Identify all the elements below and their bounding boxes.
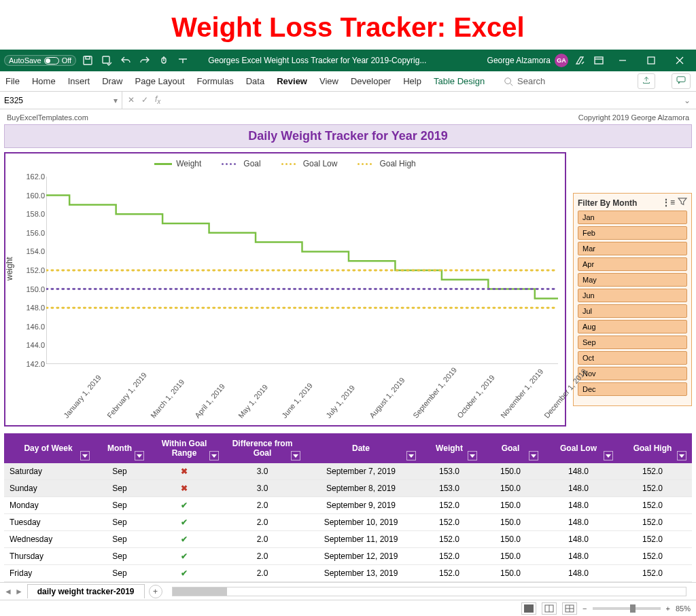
table-row[interactable]: WednesdaySep✔2.0September 11, 2019152.01…	[4, 531, 692, 548]
table-row[interactable]: MondaySep✔2.0September 9, 2019152.0150.0…	[4, 497, 692, 514]
undo-icon[interactable]	[118, 53, 133, 68]
table-row[interactable]: SaturdaySep✖3.0September 7, 2019153.0150…	[4, 463, 692, 480]
hscroll[interactable]	[172, 587, 686, 596]
column-header[interactable]: Day of Week	[4, 433, 92, 463]
filter-dropdown-icon[interactable]	[604, 451, 613, 460]
autosave-state: Off	[62, 56, 71, 65]
zoom-slider[interactable]	[593, 607, 661, 610]
chart[interactable]: Weight Goal Goal Low Goal High weight 14…	[4, 152, 566, 427]
slicer-item-oct[interactable]: Oct	[578, 351, 687, 365]
slicer-item-sep[interactable]: Sep	[578, 336, 687, 349]
tab-data[interactable]: Data	[246, 76, 264, 86]
clear-filter-icon[interactable]	[678, 198, 687, 208]
maximize-button[interactable]	[639, 50, 663, 71]
sheet-tabs-bar: ◄ ► daily weight tracker-2019 +	[0, 582, 696, 600]
column-header[interactable]: Month	[92, 433, 147, 463]
slicer-item-dec[interactable]: Dec	[578, 382, 687, 396]
filter-dropdown-icon[interactable]	[406, 451, 416, 460]
slicer-item-may[interactable]: May	[578, 273, 687, 287]
redo-icon[interactable]	[137, 53, 152, 68]
slicer-item-apr[interactable]: Apr	[578, 257, 687, 271]
customize-qat-icon[interactable]	[175, 53, 190, 68]
tab-page-layout[interactable]: Page Layout	[135, 76, 185, 86]
filter-dropdown-icon[interactable]	[529, 451, 538, 460]
table-row[interactable]: SundaySep✖3.0September 8, 2019153.0150.0…	[4, 480, 692, 497]
slicer-filter-month[interactable]: Filter By Month ⋮≡ JanFebMarAprMayJunJul…	[573, 193, 692, 406]
tab-table-design[interactable]: Table Design	[434, 76, 485, 86]
slicer-item-feb[interactable]: Feb	[578, 226, 687, 240]
multiselect-icon[interactable]: ⋮≡	[662, 198, 675, 208]
tab-view[interactable]: View	[319, 76, 338, 86]
ribbon-display-icon[interactable]	[591, 53, 606, 68]
account-button[interactable]: George Alzamora GA	[487, 54, 568, 67]
tab-home[interactable]: Home	[32, 76, 56, 86]
legend-goal-low: Goal Low	[303, 159, 338, 168]
sheet-meta-right: Copyright 2019 George Alzamora	[578, 113, 689, 122]
slicer-item-aug[interactable]: Aug	[578, 320, 687, 333]
tab-nav-prev[interactable]: ◄	[4, 587, 12, 596]
filter-dropdown-icon[interactable]	[677, 451, 686, 460]
filter-dropdown-icon[interactable]	[209, 451, 219, 460]
clear-formatting-icon[interactable]	[572, 53, 587, 68]
slicer-item-jul[interactable]: Jul	[578, 304, 687, 318]
formula-enter-icon[interactable]: ✓	[141, 95, 148, 105]
tab-review[interactable]: Review	[277, 76, 307, 86]
comments-button[interactable]	[672, 73, 691, 89]
filter-dropdown-icon[interactable]	[468, 451, 477, 460]
table-row[interactable]: FridaySep✔2.0September 13, 2019152.0150.…	[4, 565, 692, 582]
zoom-level[interactable]: 85%	[676, 604, 691, 613]
table-row[interactable]: TuesdaySep✔2.0September 10, 2019152.0150…	[4, 514, 692, 531]
filter-dropdown-icon[interactable]	[80, 451, 90, 460]
view-normal[interactable]	[521, 602, 536, 615]
column-header[interactable]: Date	[303, 433, 419, 463]
slicer-item-jan[interactable]: Jan	[578, 211, 687, 224]
tab-draw[interactable]: Draw	[102, 76, 122, 86]
column-header[interactable]: Goal Low	[541, 433, 616, 463]
user-name: George Alzamora	[487, 56, 551, 65]
x-axis: January 1, 2019February 1, 2019March 1, …	[46, 365, 558, 422]
tab-developer[interactable]: Developer	[351, 76, 391, 86]
zoom-in[interactable]: +	[666, 604, 670, 613]
minimize-button[interactable]	[610, 50, 635, 71]
add-sheet-button[interactable]: +	[149, 585, 162, 598]
y-axis-label: weight	[5, 257, 14, 280]
column-header[interactable]: Within Goal Range	[147, 433, 222, 463]
cross-icon: ✖	[181, 484, 188, 493]
search-ribbon[interactable]: Search	[504, 76, 545, 86]
expand-formula-icon[interactable]: ⌄	[678, 96, 696, 105]
table-row[interactable]: ThursdaySep✔2.0September 12, 2019152.015…	[4, 548, 692, 565]
column-header[interactable]: Difference from Goal	[222, 433, 303, 463]
autosave-label: AutoSave	[9, 56, 41, 65]
close-button[interactable]	[667, 50, 692, 71]
sheet-tab-active[interactable]: daily weight tracker-2019	[27, 584, 145, 598]
table-body: SaturdaySep✖3.0September 7, 2019153.0150…	[4, 463, 692, 582]
filter-dropdown-icon[interactable]	[135, 451, 144, 460]
fx-icon[interactable]: fx	[155, 94, 160, 105]
save-check-icon[interactable]	[99, 53, 114, 68]
tab-help[interactable]: Help	[403, 76, 421, 86]
column-header[interactable]: Goal	[480, 433, 541, 463]
name-box-input[interactable]	[4, 96, 45, 105]
slicer-item-jun[interactable]: Jun	[578, 289, 687, 302]
share-button[interactable]	[638, 73, 655, 89]
tab-nav-next[interactable]: ►	[15, 587, 23, 596]
slicer-item-mar[interactable]: Mar	[578, 242, 687, 255]
column-header[interactable]: Weight	[419, 433, 480, 463]
zoom-out[interactable]: −	[582, 604, 587, 613]
view-layout[interactable]	[542, 602, 557, 615]
tab-file[interactable]: File	[5, 76, 20, 86]
save-icon[interactable]	[80, 53, 95, 68]
formula-input[interactable]	[166, 92, 678, 109]
sheet-title: Daily Weight Tracker for Year 2019	[4, 124, 692, 148]
filter-dropdown-icon[interactable]	[291, 451, 300, 460]
slicer-item-nov[interactable]: Nov	[578, 367, 687, 380]
name-box[interactable]: ▾	[0, 92, 122, 109]
tab-insert[interactable]: Insert	[68, 76, 90, 86]
formula-cancel-icon[interactable]: ✕	[128, 95, 135, 105]
autosave-toggle[interactable]: AutoSave Off	[4, 55, 76, 66]
column-header[interactable]: Goal High	[616, 433, 689, 463]
chevron-down-icon[interactable]: ▾	[114, 96, 118, 105]
tab-formulas[interactable]: Formulas	[197, 76, 234, 86]
view-pagebreak[interactable]	[562, 602, 577, 615]
touch-icon[interactable]	[156, 53, 171, 68]
